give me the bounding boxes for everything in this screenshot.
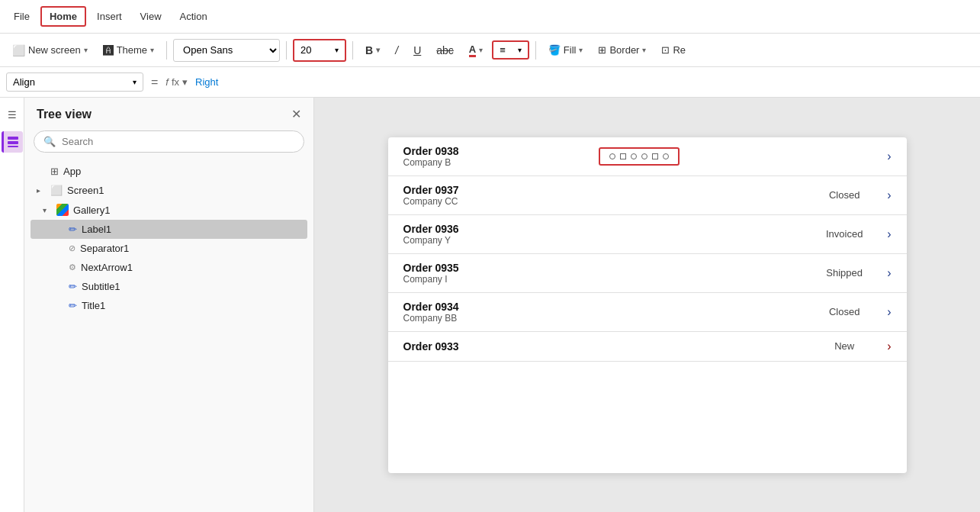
font-color-button[interactable]: A ▾ [463,40,489,60]
border-button[interactable]: ⊞ Border ▾ [592,41,652,59]
font-selector[interactable]: Open Sans [173,39,280,62]
tree-content: ⊞ App ▸ ⬜ Screen1 ▾ Gallery1 ✏ Label1 [24,162,313,512]
theme-arrow: ▾ [150,46,154,54]
tree-item-app[interactable]: ⊞ App [31,162,307,181]
formula-fx[interactable]: f fx ▾ [165,76,188,88]
row-order-0937: Order 0937 [403,184,802,196]
new-screen-button[interactable]: ⬜ New screen ▾ [6,41,94,60]
tree-item-separator1[interactable]: ⊘ Separator1 [31,239,307,258]
search-icon: 🔍 [43,136,56,147]
tree-item-nextarrow1[interactable]: ⚙ NextArrow1 [31,258,307,277]
row-main-0935: Order 0935 Company I [403,262,802,285]
theme-icon: 🅰 [103,44,114,56]
tree-item-subtitle1[interactable]: ✏ Subtitle1 [31,277,307,296]
align-button[interactable]: ≡ [493,42,512,58]
font-size-value: 20 [300,44,311,56]
formula-equals: = [148,76,161,89]
row-chevron-0937: › [887,188,891,202]
font-size-box[interactable]: 20 ▾ [293,39,346,62]
row-chevron-0938: › [887,150,891,163]
app-icon: ⊞ [50,166,59,177]
tree-label-label1: Label1 [82,224,111,235]
svg-rect-2 [8,146,18,147]
row-chevron-0934: › [887,305,891,319]
row-chevron-0936: › [887,227,891,241]
tree-item-title1[interactable]: ✏ Title1 [31,296,307,315]
menu-view[interactable]: View [133,8,169,25]
new-screen-label: New screen [28,44,81,56]
underline-button[interactable]: U [407,41,427,60]
screen-icon: ⬜ [12,44,25,56]
row-chevron-0935: › [887,266,891,280]
subtitle1-icon: ✏ [69,281,77,292]
search-input[interactable] [62,136,294,147]
italic-button[interactable]: / [389,41,404,60]
row-order-0935: Order 0935 [403,262,802,274]
tree-search: 🔍 [34,130,304,153]
row-chevron-0933: › [887,340,891,353]
tree-label-separator1: Separator1 [80,243,129,254]
re-button[interactable]: ⊡ Re [655,41,692,59]
row-company-0934: Company BB [403,313,802,324]
align-dropdown[interactable]: ▾ [512,43,528,56]
font-size-arrow: ▾ [335,46,339,54]
tree-title: Tree view [37,108,92,121]
gallery-row-0933[interactable]: Order 0933 New › [388,332,907,362]
screen1-arrow: ▸ [37,186,46,195]
row-order-0938: Order 0938 [403,145,586,157]
gallery-row-0936[interactable]: Order 0936 Company Y Invoiced › [388,215,907,254]
formula-field-label: Align [13,76,35,88]
align-button-group: ≡ ▾ [492,40,529,60]
selection-box-0938 [599,147,680,166]
separator-2 [286,41,287,60]
gallery1-icon [56,204,69,216]
row-status-0936: Invoiced [814,228,875,240]
sidebar-icons: ☰ [0,98,24,512]
formula-value[interactable]: Right [192,73,974,91]
gallery-row-0938[interactable]: Order 0938 Company B › [388,137,907,176]
gallery-row-0935[interactable]: Order 0935 Company I Shipped › [388,254,907,293]
row-company-0936: Company Y [403,235,802,246]
handle-5 [652,153,658,159]
strikethrough-button[interactable]: abc [430,41,460,60]
formula-bar: Align ▾ = f fx ▾ Right [0,67,980,98]
menu-action[interactable]: Action [172,8,215,25]
fill-button[interactable]: 🪣 Fill ▾ [542,41,590,59]
row-main-0936: Order 0936 Company Y [403,223,802,246]
row-company-0935: Company I [403,274,802,285]
tree-label-gallery1: Gallery1 [73,204,110,216]
menu-insert[interactable]: Insert [89,8,130,25]
bold-button[interactable]: B ▾ [359,41,386,60]
canvas-area: Order 0938 Company B › Order 0 [314,98,980,512]
re-icon: ⊡ [661,44,670,56]
handle-6 [663,153,669,159]
formula-field-select[interactable]: Align ▾ [6,72,143,92]
tree-item-screen1[interactable]: ▸ ⬜ Screen1 [31,181,307,200]
theme-button[interactable]: 🅰 Theme ▾ [97,41,160,60]
gallery-row-0934[interactable]: Order 0934 Company BB Closed › [388,293,907,332]
toolbar: ⬜ New screen ▾ 🅰 Theme ▾ Open Sans 20 ▾ … [0,34,980,67]
tree-item-gallery1[interactable]: ▾ Gallery1 [31,200,307,220]
handle-1 [609,153,615,159]
menu-home[interactable]: Home [40,6,86,27]
theme-label: Theme [117,44,147,56]
tree-close-button[interactable]: ✕ [291,107,301,121]
row-order-0933: Order 0933 [403,340,802,353]
menu-file[interactable]: File [6,8,37,25]
row-main-0934: Order 0934 Company BB [403,301,802,324]
sidebar-menu-icon[interactable]: ☰ [2,104,23,125]
sidebar-layers-icon[interactable] [2,131,23,153]
row-company-0938: Company B [403,157,586,168]
gallery-row-0937[interactable]: Order 0937 Company CC Closed › [388,176,907,215]
main-layout: ☰ Tree view ✕ 🔍 ⊞ App [0,98,980,512]
title1-icon: ✏ [69,300,77,311]
tree-label-nextarrow1: NextArrow1 [81,262,133,273]
tree-item-label1[interactable]: ✏ Label1 [31,220,307,239]
row-status-0933: New [814,340,875,352]
label1-icon: ✏ [69,224,77,235]
nextarrow1-icon: ⚙ [69,262,76,272]
new-screen-arrow: ▾ [84,46,88,54]
border-icon: ⊞ [598,44,606,56]
tree-label-app: App [63,166,81,177]
row-order-0934: Order 0934 [403,301,802,313]
